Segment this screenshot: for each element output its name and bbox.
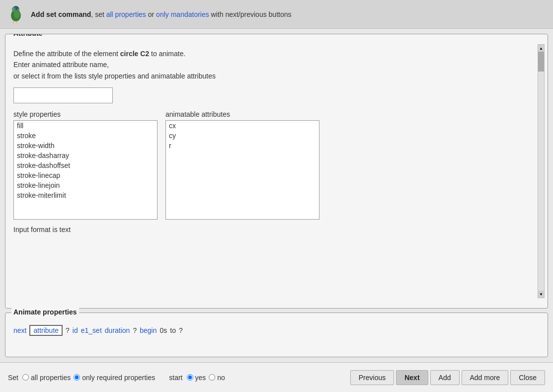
list-item[interactable]: r: [166, 141, 319, 151]
attr-description: Define the attribute of the element circ…: [13, 48, 540, 81]
radio-all-label: all properties: [31, 374, 71, 382]
list-item[interactable]: stroke-linecap: [14, 170, 157, 180]
style-properties-label: style properties: [13, 110, 158, 118]
prop-e1set-link[interactable]: e1_set: [81, 326, 102, 334]
header: Add set command, set all properties or o…: [0, 0, 553, 29]
animatable-attributes-col: animatable attributes cx cy r: [165, 110, 319, 220]
close-button[interactable]: Close: [510, 370, 545, 385]
attribute-name-input[interactable]: [13, 87, 113, 103]
radio-required-input[interactable]: [74, 374, 80, 381]
all-properties-link[interactable]: all properties: [106, 10, 146, 18]
scroll-thumb[interactable]: [538, 52, 544, 72]
lists-row: style properties fill stroke stroke-widt…: [13, 110, 540, 220]
animate-props-row: next attribute ? id e1_set duration ? be…: [13, 325, 540, 336]
style-properties-list[interactable]: fill stroke stroke-width stroke-dasharra…: [13, 120, 158, 220]
radio-yes-input[interactable]: [187, 374, 193, 381]
header-text: Add set command, set all properties or o…: [31, 10, 292, 18]
section-scrollbar[interactable]: ▲ ▼: [538, 44, 545, 298]
prop-id-link[interactable]: id: [73, 326, 78, 334]
list-item[interactable]: stroke-miterlimit: [14, 190, 157, 200]
prop-attribute-highlighted: attribute: [29, 325, 63, 336]
footer: Set all properties only required propert…: [0, 362, 553, 392]
main-content: Attribute Define the attribute of the el…: [0, 29, 553, 362]
radio-group-start: yes no: [187, 374, 225, 382]
header-title-bold: Add set command: [31, 10, 91, 18]
svg-point-6: [14, 10, 20, 18]
radio-all-input[interactable]: [22, 374, 29, 381]
svg-point-9: [13, 6, 18, 10]
list-item[interactable]: stroke-linejoin: [14, 180, 157, 190]
radio-all-properties: all properties: [22, 374, 71, 382]
radio-yes: yes: [187, 374, 206, 382]
list-item[interactable]: stroke-width: [14, 141, 157, 151]
start-label: start: [169, 374, 182, 382]
radio-group-properties: all properties only required properties: [22, 374, 155, 382]
add-button[interactable]: Add: [430, 370, 460, 385]
list-item[interactable]: stroke: [14, 131, 157, 141]
prop-duration-link[interactable]: duration: [105, 326, 130, 334]
list-item[interactable]: cx: [166, 121, 319, 131]
radio-no-input[interactable]: [209, 374, 215, 381]
set-label: Set: [8, 374, 18, 382]
prop-question-3: ?: [179, 326, 183, 334]
animatable-attributes-list[interactable]: cx cy r: [165, 120, 319, 220]
only-mandatories-link[interactable]: only mandatories: [156, 10, 209, 18]
animate-section-title: Animate properties: [11, 308, 79, 316]
add-more-button[interactable]: Add more: [462, 370, 509, 385]
prop-next-link[interactable]: next: [13, 326, 26, 334]
previous-button[interactable]: Previous: [350, 370, 394, 385]
svg-line-7: [13, 21, 14, 23]
prop-begin-value: 0s: [159, 326, 167, 334]
animate-inner: next attribute ? id e1_set duration ? be…: [13, 321, 540, 336]
footer-buttons: Previous Next Add Add more Close: [350, 370, 545, 385]
style-properties-col: style properties fill stroke stroke-widt…: [13, 110, 158, 220]
animatable-attributes-label: animatable attributes: [165, 110, 319, 118]
radio-no-label: no: [217, 374, 225, 382]
element-name: circle C2: [120, 50, 149, 58]
app-logo: [6, 4, 26, 24]
prop-begin-link[interactable]: begin: [140, 326, 157, 334]
list-item[interactable]: cy: [166, 131, 319, 141]
list-item[interactable]: stroke-dasharray: [14, 151, 157, 160]
radio-required-properties: only required properties: [74, 374, 155, 382]
list-item[interactable]: fill: [14, 121, 157, 131]
footer-left: Set all properties only required propert…: [8, 374, 342, 382]
attribute-inner: Define the attribute of the element circ…: [13, 44, 540, 234]
prop-to-text: to: [170, 326, 176, 334]
attribute-section: Attribute Define the attribute of the el…: [5, 34, 548, 309]
animate-properties-section: Animate properties next attribute ? id e…: [5, 313, 548, 357]
radio-required-label: only required properties: [82, 374, 155, 382]
next-button[interactable]: Next: [396, 370, 428, 385]
radio-yes-label: yes: [195, 374, 206, 382]
prop-question-2: ?: [133, 326, 137, 334]
main-window: Add set command, set all properties or o…: [0, 0, 553, 392]
scroll-up-arrow[interactable]: ▲: [538, 45, 544, 52]
radio-no: no: [209, 374, 225, 382]
input-format-text: Input format is text: [13, 226, 540, 234]
list-item[interactable]: stroke-dashoffset: [14, 160, 157, 170]
prop-question-1: ?: [66, 326, 70, 334]
attribute-section-title: Attribute: [11, 34, 44, 37]
scroll-down-arrow[interactable]: ▼: [538, 291, 544, 298]
